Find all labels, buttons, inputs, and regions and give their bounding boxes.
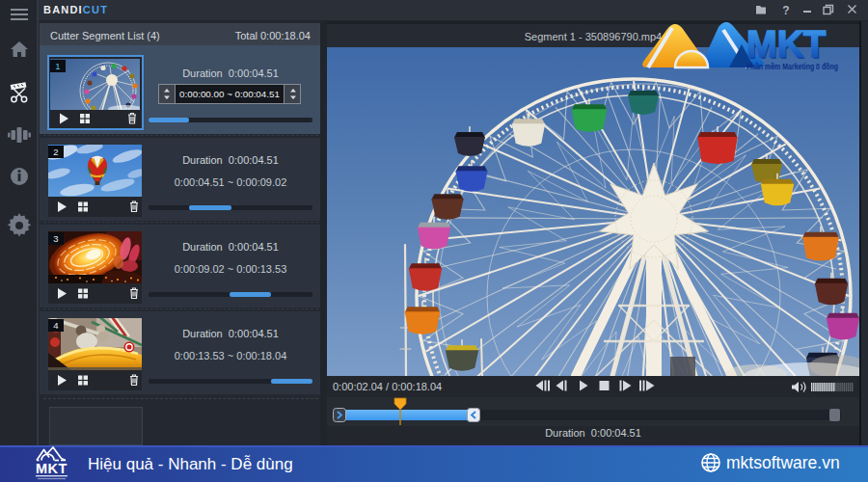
svg-text:?: ?	[782, 4, 789, 17]
svg-text:MKT: MKT	[746, 24, 826, 65]
svg-text:MKT: MKT	[36, 461, 68, 476]
svg-text:Phần mềm Marketing 0 đồng: Phần mềm Marketing 0 đồng	[746, 62, 838, 71]
